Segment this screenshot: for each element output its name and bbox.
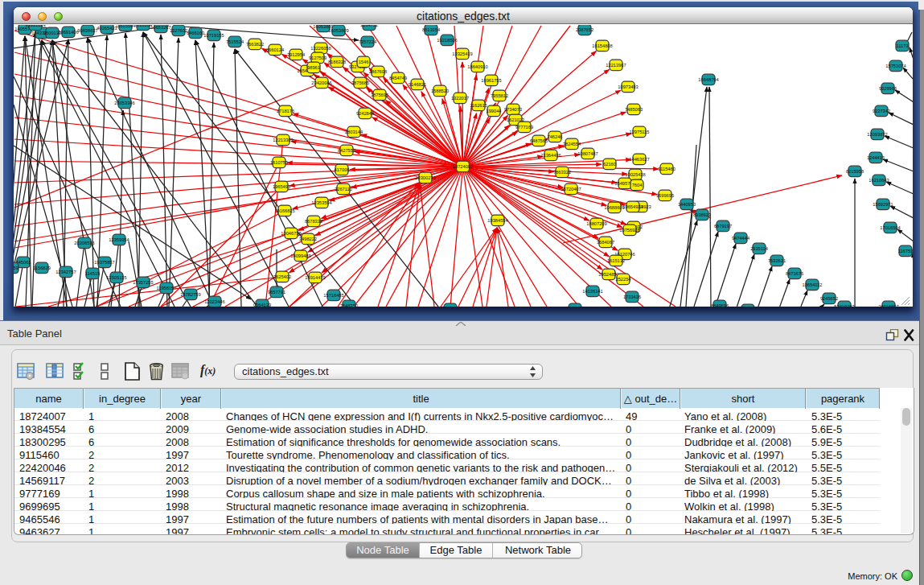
svg-text:7663822: 7663822 [246,42,264,47]
svg-text:1322017: 1322017 [451,96,469,101]
svg-text:1610755: 1610755 [270,160,288,165]
svg-text:1440953: 1440953 [678,202,696,207]
svg-text:10807487: 10807487 [577,151,598,156]
svg-text:9146821: 9146821 [409,82,426,87]
svg-text:8849696: 8849696 [711,303,729,307]
svg-text:1156829: 1156829 [33,266,51,270]
svg-text:2718176: 2718176 [277,109,294,113]
svg-text:16053809: 16053809 [328,28,348,33]
svg-text:7625402: 7625402 [273,274,291,279]
svg-text:20053346: 20053346 [114,101,134,105]
svg-text:19375857: 19375857 [94,260,114,265]
svg-text:11173: 11173 [897,43,909,48]
svg-text:9699695: 9699695 [656,193,674,198]
svg-text:15692971: 15692971 [873,202,893,207]
svg-text:7604: 7604 [632,183,643,187]
svg-text:9127509: 9127509 [309,56,326,60]
svg-text:1615132: 1615132 [607,258,625,263]
svg-text:7648350: 7648350 [340,303,358,307]
svg-text:10654112: 10654112 [803,282,823,287]
svg-text:14136141: 14136141 [582,289,602,294]
svg-text:23420046: 23420046 [311,80,331,85]
svg-text:7863322: 7863322 [553,170,571,175]
svg-text:8813054: 8813054 [422,27,440,32]
svg-text:1327602: 1327602 [170,28,187,33]
svg-text:10756928: 10756928 [619,228,639,233]
svg-text:20206576: 20206576 [74,241,94,245]
svg-text:8215958: 8215958 [846,169,864,174]
svg-text:90838637: 90838637 [77,28,97,33]
svg-text:3912954: 3912954 [287,52,305,57]
svg-text:15751074: 15751074 [885,64,906,68]
svg-text:2087652: 2087652 [576,27,593,32]
svg-text:8678332: 8678332 [305,219,322,224]
svg-text:8186328: 8186328 [328,60,346,64]
svg-text:18640910: 18640910 [467,64,487,69]
svg-text:9242848: 9242848 [356,111,374,116]
svg-text:7515524: 7515524 [226,39,244,44]
svg-text:6879197: 6879197 [714,224,732,229]
svg-text:95931034: 95931034 [25,25,45,27]
svg-text:18807209: 18807209 [586,221,606,226]
svg-text:7816184: 7816184 [134,25,152,27]
svg-text:9329966: 9329966 [879,86,897,91]
svg-text:9777169: 9777169 [515,125,533,130]
svg-text:2803144: 2803144 [345,130,363,134]
svg-text:11615594: 11615594 [116,25,136,28]
svg-text:3684067: 3684067 [597,240,614,245]
svg-text:15716485: 15716485 [323,293,343,298]
svg-text:8660124: 8660124 [266,47,284,52]
svg-text:9474444: 9474444 [732,236,749,241]
svg-text:9245652: 9245652 [820,296,838,301]
svg-text:0564139: 0564139 [253,303,271,307]
svg-text:10688609: 10688609 [604,205,624,210]
svg-text:9734073: 9734073 [504,107,522,112]
svg-text:7955812: 7955812 [491,93,508,98]
svg-text:2867608: 2867608 [369,69,387,74]
svg-text:9227342: 9227342 [873,109,890,113]
svg-text:14463627: 14463627 [629,157,649,162]
svg-text:12213303: 12213303 [273,138,293,142]
svg-text:12505135: 12505135 [106,275,126,280]
svg-text:252254: 252254 [616,277,631,282]
svg-text:8454749: 8454749 [389,76,407,80]
svg-text:40265423: 40265423 [97,26,117,31]
svg-text:3164752: 3164752 [360,25,378,27]
svg-text:3267110: 3267110 [335,187,352,192]
svg-text:7632621: 7632621 [768,258,786,263]
svg-text:9657791: 9657791 [268,290,285,295]
svg-text:8938923: 8938923 [693,212,711,217]
svg-text:21364436: 21364436 [540,153,561,158]
svg-text:53419283: 53419283 [834,304,854,307]
svg-text:6487565: 6487565 [530,138,548,143]
svg-text:9115460: 9115460 [658,167,676,171]
svg-text:19166825: 19166825 [274,208,294,213]
svg-text:23300273: 23300273 [415,175,435,180]
svg-text:19384554: 19384554 [487,218,507,223]
svg-text:10025438: 10025438 [625,172,645,177]
svg-text:15720407: 15720407 [561,187,581,192]
svg-text:18724007: 18724007 [453,164,473,169]
svg-text:39159: 39159 [14,266,18,270]
svg-text:11958157: 11958157 [157,286,177,290]
svg-text:12093872: 12093872 [867,132,887,137]
svg-text:62160: 62160 [603,162,616,167]
svg-text:13325419: 13325419 [452,51,472,56]
svg-text:7485063: 7485063 [625,107,643,112]
svg-text:7357224: 7357224 [359,39,376,44]
svg-text:16914479: 16914479 [305,275,325,280]
svg-text:10973493: 10973493 [618,84,638,89]
svg-text:12213967: 12213967 [606,63,626,68]
svg-text:6466160: 6466160 [187,31,204,35]
svg-text:1162615: 1162615 [470,103,487,108]
svg-text:116753: 116753 [898,249,913,253]
svg-text:10719155: 10719155 [203,33,224,38]
svg-text:12353594: 12353594 [311,200,331,205]
svg-text:10046738: 10046738 [281,231,301,236]
svg-text:1244415: 1244415 [867,155,885,160]
svg-text:3875695: 3875695 [371,93,388,97]
svg-text:8471676: 8471676 [786,271,803,276]
svg-text:20691406: 20691406 [58,30,78,35]
svg-text:98961: 98961 [307,65,320,70]
svg-text:16648794: 16648794 [698,77,718,82]
